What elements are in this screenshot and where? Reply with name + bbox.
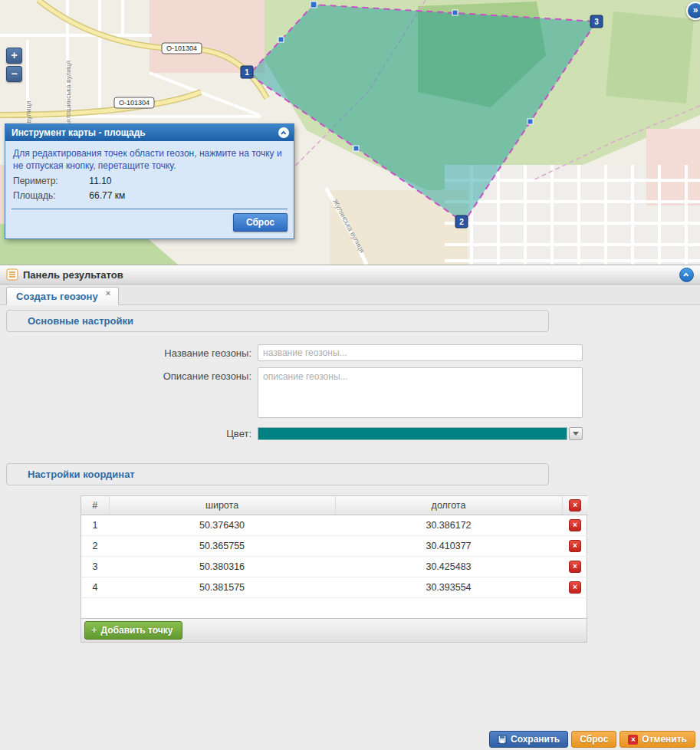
section-coordinate-settings[interactable]: Настройки координат [6,463,549,485]
geozone-name-input[interactable] [258,344,583,361]
cancel-x-icon: × [628,735,638,745]
save-button[interactable]: Сохранить [489,731,568,748]
geozone-color-row: Цвет: [6,427,700,440]
color-swatch[interactable] [258,427,567,440]
zoom-in-button[interactable]: + [6,48,22,64]
column-header-index[interactable]: # [81,496,109,515]
save-icon [498,735,507,744]
cell-longitude[interactable]: 30.393554 [335,577,562,597]
cell-longitude[interactable]: 30.386172 [335,515,562,535]
panel-collapse-button[interactable] [278,127,289,138]
map-pink-area [150,0,265,73]
results-panel-bar: Панель результатов [0,265,700,285]
tab-label: Создать геозону [16,291,98,302]
cell-index: 2 [81,535,109,556]
table-footer: + Добавить точку [81,618,587,642]
map-green-patch [606,12,694,104]
list-icon [6,268,18,281]
delete-point-button[interactable]: × [569,581,581,594]
delete-point-button[interactable]: × [569,540,581,552]
delete-point-button[interactable]: × [569,561,581,573]
reset-button[interactable]: Сброс [571,731,616,748]
cell-index: 3 [81,556,109,577]
map-tool-panel: Инструмент карты - площадь Для редактиро… [5,123,294,239]
add-point-label: Добавить точку [101,625,173,636]
geozone-description-row: Описание геозоны: [6,367,700,418]
map-tool-panel-header[interactable]: Инструмент карты - площадь [5,124,294,141]
cell-latitude[interactable]: 50.381575 [109,577,335,597]
cell-delete: × [562,515,588,535]
road-badge-label: О-101304 [119,99,150,107]
geozone-color-label: Цвет: [6,428,258,439]
map-reset-button[interactable]: Сброс [233,213,288,232]
add-point-button[interactable]: + Добавить точку [84,621,182,640]
tool-instructions: Для редактирования точек области геозон,… [13,147,286,172]
section-coordinate-settings-title: Настройки координат [28,469,135,480]
table-row[interactable]: 3 50.380316 30.425483 × [81,556,588,577]
area-row: Площадь: 66.77 км [13,190,286,201]
point-marker-label: 1 [245,68,249,77]
cell-delete: × [562,556,588,577]
perimeter-label: Периметр: [13,176,87,186]
cell-delete: × [562,535,588,556]
reset-button-label: Сброс [580,734,608,745]
point-marker-label: 3 [594,18,599,26]
table-header-row: # широта долгота × [81,496,588,515]
plus-icon: + [91,627,97,634]
cancel-button-label: Отменить [642,734,687,745]
chevron-up-icon [683,272,688,278]
cell-latitude[interactable]: 50.376430 [109,515,335,535]
color-dropdown-button[interactable] [569,427,583,440]
cell-latitude[interactable]: 50.365755 [109,535,335,556]
map-pink-area-right [646,129,700,206]
cancel-button[interactable]: × Отменить [619,731,695,748]
road-badge-label: О-101304 [166,44,197,52]
save-button-label: Сохранить [511,734,560,745]
geozone-name-label: Название геозоны: [6,344,258,359]
column-header-delete: × [562,496,588,515]
map-tool-panel-footer: Сброс [12,209,288,238]
street-label: Святошинська вулиця [64,61,72,131]
section-basic-settings-title: Основные настройки [28,315,133,327]
perimeter-value: 11.10 [89,176,111,186]
column-header-latitude[interactable]: широта [109,496,335,515]
cell-index: 4 [81,577,109,597]
map-tool-panel-body: Для редактирования точек области геозон,… [5,141,294,201]
delete-all-icon[interactable]: × [569,499,581,512]
map-view[interactable]: О-101304 О-101304 Мічуріна вулиця Святош… [0,0,700,265]
chevron-up-icon [281,130,286,136]
map-side-collapse-button[interactable]: » [686,2,700,20]
table-row[interactable]: 4 50.381575 30.393554 × [81,577,588,597]
color-select[interactable] [258,427,583,440]
geozone-name-row: Название геозоны: [6,344,700,361]
results-panel-collapse-button[interactable] [679,268,694,282]
cell-longitude[interactable]: 30.425483 [335,556,562,577]
zoom-out-button[interactable]: − [6,66,22,82]
cell-latitude[interactable]: 50.380316 [109,556,335,577]
perimeter-row: Периметр: 11.10 [13,176,286,186]
map-zoom-control: + − [6,48,22,82]
area-label: Площадь: [13,190,87,201]
point-marker-label: 2 [459,218,464,226]
column-header-longitude[interactable]: долгота [335,496,562,515]
cell-longitude[interactable]: 30.410377 [335,535,562,556]
section-basic-settings[interactable]: Основные настройки [6,310,549,332]
cell-delete: × [562,577,588,597]
coordinates-table: # широта долгота × 1 50.376430 30.386172 [81,495,587,643]
tab-create-geozone[interactable]: Создать геозону × [6,287,119,305]
table-row[interactable]: 1 50.376430 30.386172 × [81,515,588,535]
footer-actions: Сохранить Сброс × Отменить [489,731,695,748]
table-empty-area [81,598,587,618]
tab-close-icon[interactable]: × [106,288,110,298]
table-row[interactable]: 2 50.365755 30.410377 × [81,535,588,556]
results-panel-title: Панель результатов [23,269,123,281]
geozone-description-label: Описание геозоны: [6,367,258,382]
area-value: 66.77 км [89,190,125,201]
map-tool-panel-title: Инструмент карты - площадь [12,127,146,138]
chevron-down-icon [573,432,579,436]
page: О-101304 О-101304 Мічуріна вулиця Святош… [0,0,700,750]
cell-index: 1 [81,515,109,535]
delete-point-button[interactable]: × [569,519,581,531]
tab-content: Основные настройки Название геозоны: Опи… [0,305,700,643]
geozone-description-input[interactable] [258,367,583,418]
